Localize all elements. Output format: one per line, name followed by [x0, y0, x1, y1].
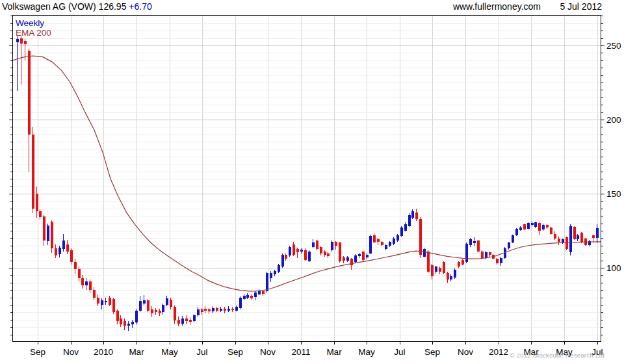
- candle-body: [235, 307, 238, 311]
- x-axis-label: Nov: [458, 347, 473, 357]
- candle-body: [458, 262, 460, 266]
- candle-body: [542, 225, 545, 229]
- candle-body: [174, 307, 176, 320]
- candle-body: [423, 249, 426, 257]
- candle-body: [20, 38, 23, 44]
- candle-body: [450, 276, 452, 280]
- candle-body: [312, 242, 315, 247]
- candle-body: [562, 239, 564, 242]
- candle-body: [415, 213, 418, 219]
- candle-body: [28, 51, 31, 135]
- candle-body: [270, 273, 272, 278]
- candle-body: [485, 252, 488, 258]
- candle-body: [85, 281, 88, 286]
- candle-body: [385, 245, 387, 249]
- candle-body: [335, 242, 337, 246]
- candle-body: [127, 324, 130, 326]
- x-axis-label: 2012: [489, 347, 508, 357]
- candle-body: [193, 315, 196, 321]
- candle-body: [243, 296, 246, 299]
- candle-body: [519, 228, 522, 230]
- candle-body: [512, 235, 514, 242]
- candle-body: [151, 309, 153, 313]
- candle-body: [39, 211, 42, 217]
- candle-body: [266, 273, 268, 292]
- candle-body: [212, 308, 214, 311]
- y-axis-label: 250: [606, 41, 621, 51]
- grid-and-candles: [9, 15, 604, 344]
- candle-body: [523, 224, 526, 229]
- candle-body: [400, 228, 403, 236]
- candle-body: [281, 255, 284, 266]
- candle-body: [373, 235, 376, 242]
- candle-body: [47, 226, 49, 241]
- candle-body: [489, 252, 491, 255]
- candle-body: [135, 311, 138, 322]
- candle-body: [246, 295, 249, 297]
- candle-body: [369, 236, 372, 254]
- candle-body: [274, 271, 276, 274]
- x-axis-label: May: [358, 347, 375, 357]
- candle-body: [204, 309, 207, 311]
- x-axis-label: Nov: [260, 347, 276, 357]
- candle-body: [89, 281, 92, 291]
- candle-body: [105, 301, 107, 302]
- x-axis-label: Nov: [63, 347, 79, 357]
- x-axis-label: Sep: [30, 347, 46, 357]
- candle-body: [366, 255, 369, 257]
- candle-body: [285, 255, 287, 259]
- candle-body: [592, 235, 595, 238]
- candle-body: [508, 242, 510, 248]
- x-axis-label: May: [161, 347, 178, 357]
- candle-body: [289, 247, 291, 255]
- candle-body: [404, 224, 407, 231]
- x-axis-label: Sep: [424, 347, 440, 357]
- candle-body: [566, 237, 568, 249]
- candle-body: [197, 309, 200, 315]
- candle-body: [162, 305, 164, 312]
- candle-body: [393, 239, 395, 244]
- candle-body: [443, 262, 445, 273]
- candle-body: [358, 254, 361, 256]
- plot-frame: [13, 16, 601, 342]
- candle-body: [36, 194, 38, 211]
- candle-body: [131, 322, 134, 324]
- candle-body: [469, 239, 472, 245]
- candle-body: [447, 273, 449, 280]
- candle-body: [239, 298, 242, 308]
- x-axis-label: 2010: [94, 347, 113, 357]
- candle-body: [496, 259, 499, 263]
- x-axis-label: Jul: [196, 347, 207, 357]
- candle-body: [112, 299, 115, 313]
- candle-body: [43, 216, 46, 240]
- candle-body: [189, 320, 192, 322]
- candle-body: [159, 311, 161, 313]
- candle-body: [538, 223, 541, 231]
- x-axis-label: Sep: [228, 347, 243, 357]
- candle-body: [300, 250, 303, 252]
- candle-body: [147, 300, 150, 311]
- candle-body: [228, 309, 230, 311]
- candle-body: [51, 222, 53, 248]
- candle-body: [534, 222, 537, 228]
- candle-body: [292, 244, 295, 255]
- x-axis-label: Mar: [129, 347, 144, 357]
- candle-body: [324, 252, 326, 255]
- candle-body: [139, 301, 142, 311]
- candle-body: [70, 250, 73, 262]
- candle-body: [231, 309, 234, 310]
- x-axis-label: 2011: [291, 347, 310, 357]
- candle-body: [377, 239, 380, 242]
- candle-body: [220, 309, 222, 311]
- candle-body: [170, 300, 172, 307]
- candle-body: [546, 225, 549, 228]
- candle-body: [116, 311, 119, 321]
- candle-body: [396, 235, 399, 240]
- legend-timeframe-label: Weekly: [16, 18, 44, 28]
- candle-body: [389, 242, 391, 246]
- candle-body: [431, 265, 434, 276]
- candle-body: [66, 244, 69, 252]
- candle-body: [573, 227, 576, 239]
- candle-body: [327, 254, 330, 256]
- candle-body: [481, 252, 484, 258]
